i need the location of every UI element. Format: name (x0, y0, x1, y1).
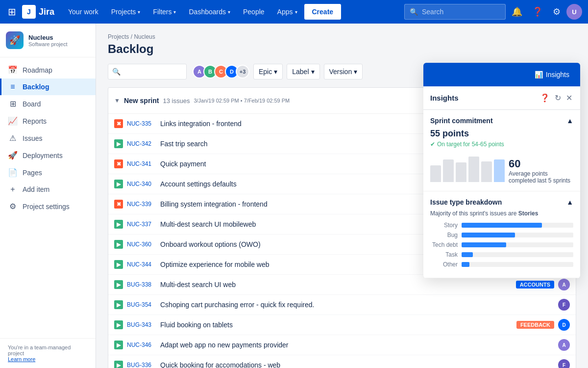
breadcrumb-projects[interactable]: Projects (108, 33, 129, 40)
sidebar-item-roadmap[interactable]: 📅Roadmap (0, 61, 96, 79)
epic-filter[interactable]: Epic ▾ (253, 64, 283, 79)
version-filter[interactable]: Version ▾ (324, 64, 363, 79)
issue-key[interactable]: BUG-343 (127, 321, 156, 328)
table-row[interactable]: ▶ BUG-354 Cshoping cart purchasing error… (108, 295, 576, 315)
search-icon: 🔍 (410, 8, 418, 16)
sprint-count: 13 issues (163, 97, 190, 105)
breakdown-bar-bg (462, 233, 573, 237)
chart-bar-0 (430, 165, 441, 182)
table-row[interactable]: ▶ BUG-343 Fluid booking on tablets FEEDB… (108, 315, 576, 335)
issue-breakdown-section: Issue type breakdown ▲ Majority of this … (423, 191, 580, 278)
sprint-chart-bars (430, 153, 505, 182)
sidebar-item-label: Board (23, 100, 41, 108)
chart-bar-5 (494, 159, 505, 182)
apps-nav[interactable]: Apps ▾ (271, 0, 303, 24)
issue-type-icon: ✖ (114, 159, 123, 168)
issue-type-icon: ▶ (114, 240, 123, 249)
issue-label: FEEDBACK (516, 321, 554, 329)
user-avatar[interactable]: U (566, 4, 582, 20)
sidebar-item-add-item[interactable]: +Add item (0, 181, 96, 198)
issue-key[interactable]: NUC-341 (127, 160, 156, 167)
sidebar-item-pages[interactable]: 📄Pages (0, 164, 96, 181)
sidebar-item-deployments[interactable]: 🚀Deployments (0, 147, 96, 164)
issues-icon: ⚠ (8, 133, 18, 143)
chart-bar-3 (468, 157, 479, 182)
table-row[interactable]: ▶ BUG-336 Quick booking for accomodation… (108, 355, 576, 368)
insights-close-button[interactable]: ✕ (565, 92, 573, 104)
insights-panel-button[interactable]: 📊 Insights (528, 67, 576, 82)
sprint-dates: 3/Jan/19 02:59 PM • 7/Feb/19 02:59 PM (194, 98, 290, 104)
insights-icon: 📊 (535, 71, 543, 79)
issue-title[interactable]: Adapt web app no new payments provider (160, 341, 554, 349)
people-nav[interactable]: People (237, 0, 270, 24)
sidebar-item-project-settings[interactable]: ⚙Project settings (0, 198, 96, 215)
issue-key[interactable]: NUC-342 (127, 140, 156, 147)
issue-type-icon: ▶ (114, 220, 123, 229)
issue-key[interactable]: BUG-336 (127, 362, 156, 368)
deployments-icon: 🚀 (8, 151, 18, 160)
issue-key[interactable]: NUC-346 (127, 342, 156, 348)
notifications-button[interactable]: 🔔 (508, 4, 526, 19)
sidebar-item-backlog[interactable]: ≡Backlog (0, 79, 96, 95)
logo[interactable]: J Jira (22, 5, 54, 19)
sprint-target: ✔ On target for 54-65 points (430, 141, 573, 148)
topnav-nav: Your work Projects ▾ Filters ▾ Dashboard… (62, 0, 400, 24)
breakdown-row: Story (430, 222, 573, 229)
sidebar-item-board[interactable]: ⊞Board (0, 95, 96, 112)
issue-key[interactable]: NUC-337 (127, 221, 156, 228)
topnav-right: 🔍 🔔 ❓ ⚙ U (404, 4, 582, 20)
sidebar: 🚀 Nucleus Software project 📅Roadmap≡Back… (0, 24, 96, 368)
search-input[interactable] (422, 8, 500, 16)
backlog-search-input[interactable] (123, 68, 182, 76)
issue-key[interactable]: NUC-340 (127, 181, 156, 187)
add-item-icon: + (8, 185, 18, 194)
insights-actions: ❓ ↻ ✕ (539, 92, 573, 104)
help-button[interactable]: ❓ (528, 4, 547, 19)
backlog-search[interactable]: 🔍 (108, 64, 187, 79)
logo-text: Jira (39, 7, 54, 17)
table-row[interactable]: ▶ NUC-346 Adapt web app no new payments … (108, 335, 576, 355)
settings-button[interactable]: ⚙ (549, 4, 564, 19)
label-filter[interactable]: Label ▾ (287, 64, 319, 79)
issue-key[interactable]: NUC-344 (127, 261, 156, 268)
avatar-count[interactable]: +3 (236, 65, 249, 79)
sidebar-item-label: Deployments (23, 152, 63, 159)
sidebar-item-issues[interactable]: ⚠Issues (0, 130, 96, 147)
breakdown-bar (462, 252, 473, 257)
issue-title[interactable]: Fluid booking on tablets (160, 321, 513, 329)
breakdown-chevron: ▲ (566, 198, 573, 206)
sprint-toggle[interactable]: ▼ (114, 97, 120, 104)
sidebar-learn-more[interactable]: Learn more (8, 356, 35, 362)
insights-help-button[interactable]: ❓ (539, 92, 551, 104)
projects-nav[interactable]: Projects ▾ (105, 0, 147, 24)
breakdown-bar (462, 242, 506, 247)
dashboards-nav[interactable]: Dashboards ▾ (183, 0, 236, 24)
create-button[interactable]: Create (304, 4, 342, 20)
sidebar-item-reports[interactable]: 📈Reports (0, 112, 96, 130)
breakdown-label: Other (430, 261, 458, 268)
issue-key[interactable]: BUG-354 (127, 301, 156, 308)
your-work-nav[interactable]: Your work (62, 0, 104, 24)
issue-title[interactable]: Quick booking for accomodations - web (160, 361, 554, 368)
breakdown-bar (462, 223, 542, 228)
issue-key[interactable]: NUC-335 (127, 120, 156, 127)
issue-title[interactable]: Cshoping cart purchasing error - quick f… (160, 301, 554, 309)
grid-icon[interactable]: ⊞ (6, 4, 18, 20)
breakdown-row: Task (430, 251, 573, 258)
issue-key[interactable]: NUC-360 (127, 241, 156, 248)
issue-title[interactable]: Multi-dest search UI web (160, 281, 512, 289)
insights-refresh-button[interactable]: ↻ (554, 92, 562, 104)
issue-key[interactable]: BUG-338 (127, 281, 156, 288)
issue-key[interactable]: NUC-339 (127, 201, 156, 208)
breakdown-label: Bug (430, 232, 458, 238)
epic-chevron: ▾ (274, 68, 277, 76)
issue-label: ACCOUNTS (516, 281, 554, 289)
issue-type-icon: ✖ (114, 200, 123, 209)
check-icon: ✔ (430, 141, 435, 148)
filters-nav[interactable]: Filters ▾ (147, 0, 182, 24)
breadcrumb-nucleus[interactable]: Nucleus (134, 33, 155, 40)
search-container[interactable]: 🔍 (404, 4, 506, 20)
apps-chevron: ▾ (295, 9, 297, 15)
sprint-commitment-title[interactable]: Sprint commitment ▲ (430, 117, 573, 125)
issue-breakdown-title[interactable]: Issue type breakdown ▲ (430, 198, 573, 206)
